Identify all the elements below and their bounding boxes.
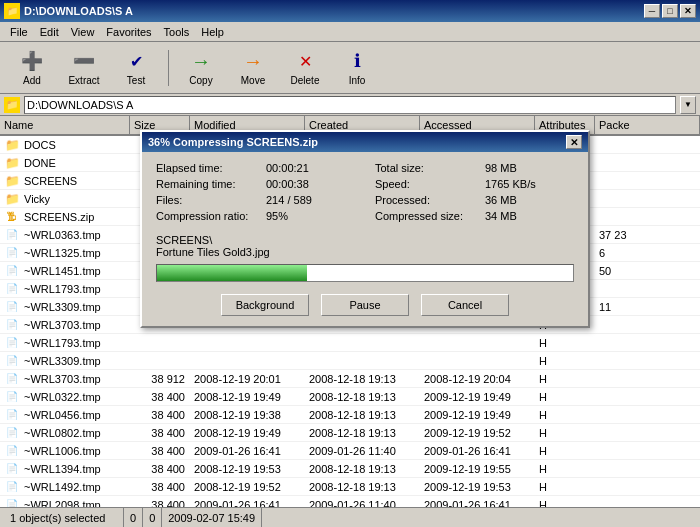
address-dropdown[interactable]: ▼ <box>680 96 696 114</box>
col-packed[interactable]: Packe <box>595 116 700 135</box>
toolbar-test[interactable]: ✔ Test <box>112 46 160 90</box>
toolbar-copy[interactable]: → Copy <box>177 46 225 90</box>
table-row[interactable]: 📄 ~WRL3703.tmp 38 912 2008-12-19 20:01 2… <box>0 370 700 388</box>
dialog-body: Elapsed time: 00:00:21 Remaining time: 0… <box>142 152 588 326</box>
menu-tools[interactable]: Tools <box>158 24 196 40</box>
menu-view[interactable]: View <box>65 24 101 40</box>
minimize-button[interactable]: ─ <box>644 4 660 18</box>
dialog-close-button[interactable]: ✕ <box>566 135 582 149</box>
toolbar-info[interactable]: ℹ Info <box>333 46 381 90</box>
zip-icon: 🗜 <box>4 209 20 225</box>
file-name: ~WRL3703.tmp <box>24 373 101 385</box>
file-created-cell: 2008-12-18 19:13 <box>305 406 420 423</box>
file-created-cell <box>305 352 420 369</box>
file-packed-cell <box>595 316 700 333</box>
file-name: ~WRL0363.tmp <box>24 229 101 241</box>
menu-bar: File Edit View Favorites Tools Help <box>0 22 700 42</box>
status-count-value: 0 <box>130 512 136 524</box>
file-modified-cell: 2008-12-19 19:38 <box>190 406 305 423</box>
table-row[interactable]: 📄 ~WRL1492.tmp 38 400 2008-12-19 19:52 2… <box>0 478 700 496</box>
dialog-title-text: 36% Compressing SCREENS.zip <box>148 136 318 148</box>
toolbar-extract-label: Extract <box>68 75 99 86</box>
file-name-cell: 📄 ~WRL3309.tmp <box>0 298 130 315</box>
table-row[interactable]: 📄 ~WRL0456.tmp 38 400 2008-12-19 19:38 2… <box>0 406 700 424</box>
speed-value: 1765 KB/s <box>485 178 574 190</box>
window-title: D:\DOWNLOADS\S A <box>24 5 133 17</box>
dialog-processed: Processed: 36 MB <box>375 194 574 206</box>
file-size-cell: 38 400 <box>130 478 190 495</box>
dialog-stats: Elapsed time: 00:00:21 Remaining time: 0… <box>156 162 574 226</box>
tmp-icon: 📄 <box>4 335 20 351</box>
file-size-cell: 38 400 <box>130 460 190 477</box>
total-size-value: 98 MB <box>485 162 574 174</box>
close-button[interactable]: ✕ <box>680 4 696 18</box>
progress-dialog: 36% Compressing SCREENS.zip ✕ Elapsed ti… <box>140 130 590 328</box>
file-accessed-cell: 2009-12-19 19:52 <box>420 424 535 441</box>
address-input[interactable] <box>24 96 676 114</box>
dialog-title-bar: 36% Compressing SCREENS.zip ✕ <box>142 132 588 152</box>
folder-icon: 📁 <box>4 191 20 207</box>
table-row[interactable]: 📄 ~WRL1394.tmp 38 400 2008-12-19 19:53 2… <box>0 460 700 478</box>
table-row[interactable]: 📄 ~WRL0802.tmp 38 400 2008-12-19 19:49 2… <box>0 424 700 442</box>
file-size-cell: 38 400 <box>130 424 190 441</box>
dialog-stats-right: Total size: 98 MB Speed: 1765 KB/s Proce… <box>375 162 574 226</box>
compression-label: Compression ratio: <box>156 210 266 222</box>
menu-favorites[interactable]: Favorites <box>100 24 157 40</box>
tmp-icon: 📄 <box>4 407 20 423</box>
table-row[interactable]: 📄 ~WRL1793.tmp H <box>0 334 700 352</box>
file-modified-cell: 2008-12-19 20:01 <box>190 370 305 387</box>
files-label: Files: <box>156 194 266 206</box>
tmp-icon: 📄 <box>4 461 20 477</box>
file-created-cell: 2008-12-18 19:13 <box>305 460 420 477</box>
table-row[interactable]: 📄 ~WRL0322.tmp 38 400 2008-12-19 19:49 2… <box>0 388 700 406</box>
processed-label: Processed: <box>375 194 485 206</box>
file-packed-cell <box>595 280 700 297</box>
file-attr-cell: H <box>535 442 595 459</box>
file-packed-cell <box>595 172 700 189</box>
file-name-cell: 📁 SCREENS <box>0 172 130 189</box>
file-packed-cell <box>595 136 700 153</box>
toolbar-add[interactable]: ➕ Add <box>8 46 56 90</box>
tmp-icon: 📄 <box>4 443 20 459</box>
file-size-cell <box>130 334 190 351</box>
file-packed-cell <box>595 478 700 495</box>
remaining-label: Remaining time: <box>156 178 266 190</box>
dialog-buttons: Background Pause Cancel <box>156 294 574 316</box>
file-packed-cell <box>595 460 700 477</box>
menu-edit[interactable]: Edit <box>34 24 65 40</box>
file-attr-cell: H <box>535 352 595 369</box>
table-row[interactable]: 📄 ~WRL3309.tmp H <box>0 352 700 370</box>
menu-file[interactable]: File <box>4 24 34 40</box>
file-name-cell: 📄 ~WRL0363.tmp <box>0 226 130 243</box>
file-name-cell: 📄 ~WRL1793.tmp <box>0 280 130 297</box>
menu-help[interactable]: Help <box>195 24 230 40</box>
background-button[interactable]: Background <box>221 294 309 316</box>
file-name: ~WRL3309.tmp <box>24 301 101 313</box>
progress-bar-container <box>156 264 574 282</box>
table-row[interactable]: 📄 ~WRL1006.tmp 38 400 2009-01-26 16:41 2… <box>0 442 700 460</box>
file-name-cell: 📄 ~WRL1451.tmp <box>0 262 130 279</box>
file-size-cell <box>130 352 190 369</box>
toolbar-copy-label: Copy <box>189 75 212 86</box>
file-name: ~WRL1492.tmp <box>24 481 101 493</box>
dialog-stats-left: Elapsed time: 00:00:21 Remaining time: 0… <box>156 162 355 226</box>
file-packed-cell: 11 <box>595 298 700 315</box>
file-name: ~WRL1006.tmp <box>24 445 101 457</box>
toolbar-add-label: Add <box>23 75 41 86</box>
pause-button[interactable]: Pause <box>321 294 409 316</box>
file-accessed-cell: 2009-12-19 19:49 <box>420 388 535 405</box>
file-attr-cell: H <box>535 406 595 423</box>
toolbar-extract[interactable]: ➖ Extract <box>60 46 108 90</box>
file-name-cell: 📁 Vicky <box>0 190 130 207</box>
file-packed-cell <box>595 334 700 351</box>
dialog-speed: Speed: 1765 KB/s <box>375 178 574 190</box>
file-modified-cell: 2009-01-26 16:41 <box>190 442 305 459</box>
current-path-text: SCREENS\ <box>156 234 574 246</box>
file-name: ~WRL1394.tmp <box>24 463 101 475</box>
files-value: 214 / 589 <box>266 194 355 206</box>
toolbar-move[interactable]: → Move <box>229 46 277 90</box>
toolbar-delete[interactable]: ✕ Delete <box>281 46 329 90</box>
col-name[interactable]: Name <box>0 116 130 135</box>
cancel-button[interactable]: Cancel <box>421 294 509 316</box>
maximize-button[interactable]: □ <box>662 4 678 18</box>
